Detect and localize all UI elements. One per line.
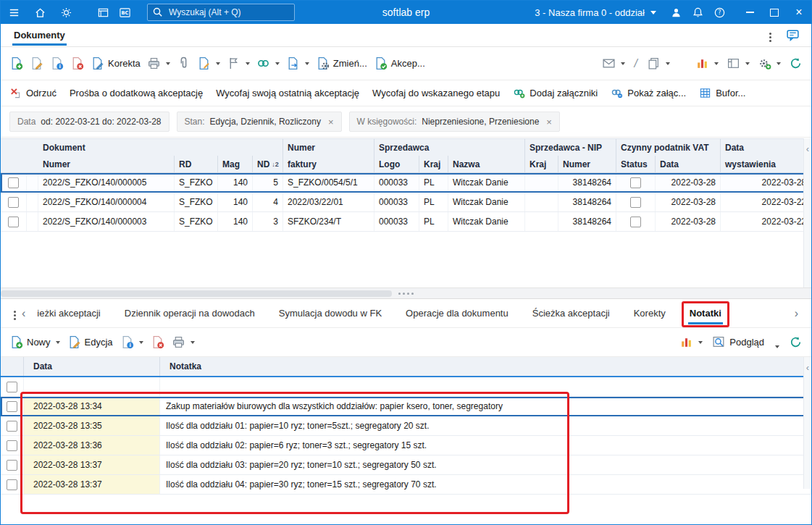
- note-select-checkbox[interactable]: [7, 440, 17, 451]
- user-button[interactable]: [665, 1, 687, 24]
- filter-remove-icon[interactable]: ×: [328, 117, 334, 127]
- column-settings-button[interactable]: [758, 56, 781, 70]
- zmien-button[interactable]: Zmień...: [316, 56, 367, 70]
- panels-button[interactable]: [92, 1, 114, 24]
- bottom-tab-notatki[interactable]: Notatki: [690, 308, 721, 319]
- chart-view-button[interactable]: [695, 56, 719, 70]
- window-minimize-button[interactable]: [737, 1, 762, 24]
- scrollbar-thumb[interactable]: [1, 290, 392, 297]
- window-close-button[interactable]: ×: [787, 1, 811, 24]
- note-row[interactable]: 2022-03-28 13:37Ilość dla oddziału 04: p…: [1, 475, 811, 495]
- note-select-checkbox[interactable]: [7, 382, 17, 392]
- note-select-checkbox[interactable]: [7, 421, 17, 432]
- filter-chip-data[interactable]: Data od: 2022-03-21 do: 2022-03-28: [9, 112, 169, 132]
- row-select-checkbox[interactable]: [8, 177, 19, 188]
- note-print-button[interactable]: [172, 335, 195, 349]
- layout-button[interactable]: [727, 56, 750, 70]
- filter-chip-stan[interactable]: Stan: Edycja, Dziennik, Rozliczony ×: [177, 112, 342, 132]
- copy-button[interactable]: [647, 56, 670, 70]
- note-row[interactable]: 2022-03-28 13:35Ilość dla oddziału 01: p…: [1, 416, 811, 436]
- note-refresh-button[interactable]: [789, 335, 803, 349]
- col-note-data[interactable]: Data: [24, 357, 160, 376]
- document-row[interactable]: 2022/S_FZKO/140/000004S_FZKO14042022/03/…: [1, 193, 811, 212]
- col-kraj[interactable]: Kraj: [419, 156, 448, 172]
- bottom-tab-operacje-dla-dokumentu[interactable]: Operacje dla dokumentu: [406, 308, 508, 319]
- horizontal-scrollbar[interactable]: [1, 287, 811, 299]
- preview-options-chevron[interactable]: [775, 345, 779, 348]
- buffer-button[interactable]: Bufor...: [699, 87, 745, 99]
- note-row[interactable]: 2022-03-28 13:36Ilość dla oddziału 02: p…: [1, 436, 811, 455]
- col-numer[interactable]: Numer: [38, 156, 175, 172]
- refresh-button[interactable]: [789, 56, 803, 70]
- flag-button[interactable]: [227, 56, 250, 70]
- attachments-button[interactable]: [177, 56, 191, 70]
- col-nd[interactable]: ND↓2: [253, 156, 283, 172]
- tab-options-button[interactable]: [766, 30, 774, 41]
- col-wystawienia[interactable]: wystawienia: [721, 156, 811, 172]
- export-document-button[interactable]: [286, 56, 309, 70]
- filter-remove-icon[interactable]: ×: [546, 117, 552, 127]
- collapse-panel-chevron[interactable]: ‹: [806, 144, 809, 154]
- note-row[interactable]: 2022-03-28 13:34Zakup materiałów biurowy…: [1, 397, 811, 416]
- col-nip-numer[interactable]: Numer: [558, 156, 616, 172]
- note-preview-button[interactable]: Podgląd: [712, 335, 764, 349]
- note-new-button[interactable]: Nowy: [9, 335, 60, 349]
- bottom-tab-ieżki-akceptacji[interactable]: ieżki akceptacji: [37, 308, 100, 319]
- row-select-checkbox[interactable]: [8, 217, 19, 227]
- col-mag[interactable]: Mag: [218, 156, 253, 172]
- delete-document-button[interactable]: [70, 56, 84, 70]
- col-status[interactable]: Status: [616, 156, 656, 172]
- window-maximize-button[interactable]: [762, 1, 787, 24]
- mail-button[interactable]: [602, 56, 625, 70]
- bottom-tab-korekty[interactable]: Korekty: [634, 308, 666, 319]
- document-row[interactable]: 2022/S_FZKO/140/000005S_FZKO1405S_FZKO/0…: [1, 173, 811, 193]
- col-data[interactable]: Data: [656, 156, 721, 172]
- note-select-checkbox[interactable]: [7, 401, 17, 412]
- akceptacja-button[interactable]: Akcep...: [374, 56, 425, 70]
- tabs-scroll-left-chevron[interactable]: ‹: [19, 308, 28, 319]
- note-select-checkbox[interactable]: [7, 460, 17, 471]
- col-numer-faktury[interactable]: faktury: [283, 156, 374, 172]
- search-input[interactable]: [167, 7, 288, 18]
- col-rd[interactable]: RD: [175, 156, 218, 172]
- bottom-tab-dziennik-operacji-na-dowodach[interactable]: Dziennik operacji na dowodach: [125, 308, 255, 319]
- note-delete-button[interactable]: [151, 335, 164, 349]
- vat-status-checkbox[interactable]: [630, 197, 641, 208]
- tab-dokumenty[interactable]: Dokumenty: [12, 25, 67, 46]
- company-selector[interactable]: 3 - Nasza firma 0 - oddział: [526, 7, 665, 18]
- vat-status-checkbox[interactable]: [630, 177, 641, 188]
- note-chart-button[interactable]: [679, 335, 703, 349]
- note-info-button[interactable]: i: [120, 335, 143, 349]
- app-menu-button[interactable]: [1, 1, 27, 24]
- notifications-button[interactable]: [687, 1, 708, 24]
- splitter-grip[interactable]: [398, 293, 414, 295]
- undo-last-acceptance-button[interactable]: Wycofaj swoją ostatnią akceptację: [216, 88, 359, 98]
- chat-panel-toggle[interactable]: [786, 28, 800, 42]
- document-info-button[interactable]: i: [50, 56, 64, 70]
- home-button[interactable]: [27, 1, 53, 24]
- vat-status-checkbox[interactable]: [630, 217, 641, 227]
- link-button[interactable]: [256, 56, 280, 70]
- bc-button[interactable]: BC: [114, 1, 135, 24]
- col-notatka[interactable]: Notatka: [160, 357, 811, 376]
- korekta-button[interactable]: Korekta: [91, 56, 141, 70]
- note-select-checkbox[interactable]: [7, 479, 17, 490]
- settings-button[interactable]: [53, 1, 79, 24]
- print-button[interactable]: [147, 56, 170, 70]
- row-select-checkbox[interactable]: [8, 197, 19, 208]
- global-search[interactable]: [147, 4, 295, 21]
- document-row[interactable]: 2022/S_FZKO/140/000003S_FZKO1403SFZKO/23…: [1, 212, 811, 232]
- detail-tabs-options-button[interactable]: [11, 308, 19, 319]
- add-attachments-button[interactable]: Dodaj załączniki: [513, 87, 598, 99]
- help-button[interactable]: ?: [708, 1, 730, 24]
- col-nazwa[interactable]: Nazwa: [448, 156, 525, 172]
- bottom-tab-symulacja-dowodu-w-fk[interactable]: Symulacja dowodu w FK: [279, 308, 382, 319]
- note-insert-row[interactable]: [1, 377, 811, 397]
- reject-button[interactable]: Odrzuć: [9, 87, 56, 99]
- new-document-button[interactable]: [9, 56, 23, 70]
- edit-note-button[interactable]: [197, 56, 220, 70]
- undo-to-stage-button[interactable]: Wycofaj do wskazanego etapu: [372, 88, 500, 98]
- collapse-panel-chevron[interactable]: ‹: [806, 363, 809, 372]
- tabs-scroll-right-chevron[interactable]: ›: [792, 308, 801, 319]
- note-row[interactable]: 2022-03-28 13:37Ilość dla oddziału 03: p…: [1, 455, 811, 475]
